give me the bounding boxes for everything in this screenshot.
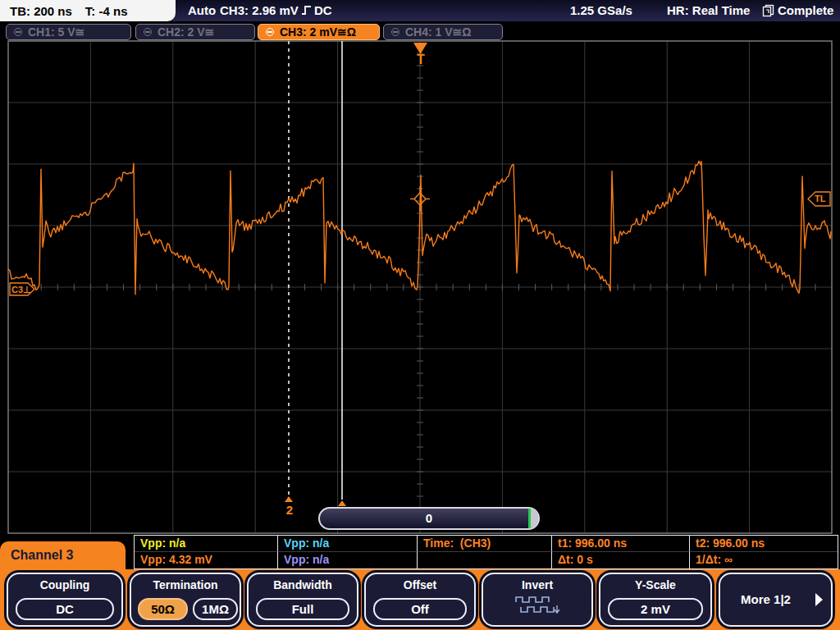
offset-label: Offset xyxy=(366,578,474,591)
meas-t1: t1: 996.00 ns xyxy=(552,536,690,552)
meas-t2: t2: 996.00 ns xyxy=(690,536,838,552)
termination-label: Termination xyxy=(131,578,240,591)
slider-cap xyxy=(531,509,538,528)
yscale-button[interactable]: Y-Scale 2 mV xyxy=(599,573,712,627)
trigger-marker-label: T xyxy=(414,52,427,67)
meas-empty xyxy=(418,552,552,568)
cursor-2-label: 2 xyxy=(283,503,296,517)
coupling-button[interactable]: Coupling DC xyxy=(7,573,123,627)
oscilloscope-screen: TB: 200 ns T: -4 ns Auto CH3: 2.96 mV DC… xyxy=(0,0,840,630)
offset-slider[interactable]: 0 xyxy=(318,507,540,530)
termination-50ohm-option[interactable]: 50Ω xyxy=(138,598,188,620)
trigger-level-label: TL xyxy=(815,194,825,203)
slider-position-marker xyxy=(528,509,531,528)
menu-title: Channel 3 xyxy=(11,548,73,562)
invert-button[interactable]: Invert xyxy=(482,573,593,627)
invert-waveform-icon xyxy=(511,594,564,619)
cursor-1-handle-icon[interactable] xyxy=(338,500,346,506)
menu-title-tab: Channel 3 xyxy=(0,541,126,573)
meas-inv-delta-t: 1/Δt: ∞ xyxy=(690,552,838,568)
more-label: More 1|2 xyxy=(720,592,811,606)
meas-ch4-vpp: Vpp: n/a xyxy=(278,552,418,568)
coupling-value[interactable]: DC xyxy=(16,598,114,620)
termination-1mohm-option[interactable]: 1MΩ xyxy=(193,598,238,620)
offset-button[interactable]: Offset Off xyxy=(364,573,476,627)
yscale-value[interactable]: 2 mV xyxy=(608,598,703,620)
more-button[interactable]: More 1|2 xyxy=(719,573,833,627)
meas-ch2-vpp: Vpp: n/a xyxy=(278,536,418,552)
arrow-right-icon xyxy=(815,593,823,606)
bandwidth-value[interactable]: Full xyxy=(256,598,349,620)
ch3-ground-label: C3⊥ xyxy=(11,285,31,295)
offset-value[interactable]: Off xyxy=(373,598,467,620)
yscale-label: Y-Scale xyxy=(600,578,710,591)
termination-button[interactable]: Termination 50Ω 1MΩ xyxy=(130,573,241,627)
measurement-table: Vpp: n/a Vpp: n/a Time: (CH3) t1: 996.00… xyxy=(134,535,838,569)
meas-ch1-vpp: Vpp: n/a xyxy=(135,536,278,552)
bandwidth-button[interactable]: Bandwidth Full xyxy=(247,573,358,627)
meas-delta-t: Δt: 0 s xyxy=(552,552,690,568)
meas-ch3-vpp: Vpp: 4.32 mV xyxy=(135,552,278,568)
bandwidth-label: Bandwidth xyxy=(249,578,357,591)
cursor-2-handle-icon[interactable] xyxy=(285,496,293,502)
coupling-label: Coupling xyxy=(8,578,121,591)
invert-label: Invert xyxy=(483,578,591,591)
slider-value: 0 xyxy=(426,511,432,525)
meas-time-source: Time: (CH3) xyxy=(418,536,552,552)
